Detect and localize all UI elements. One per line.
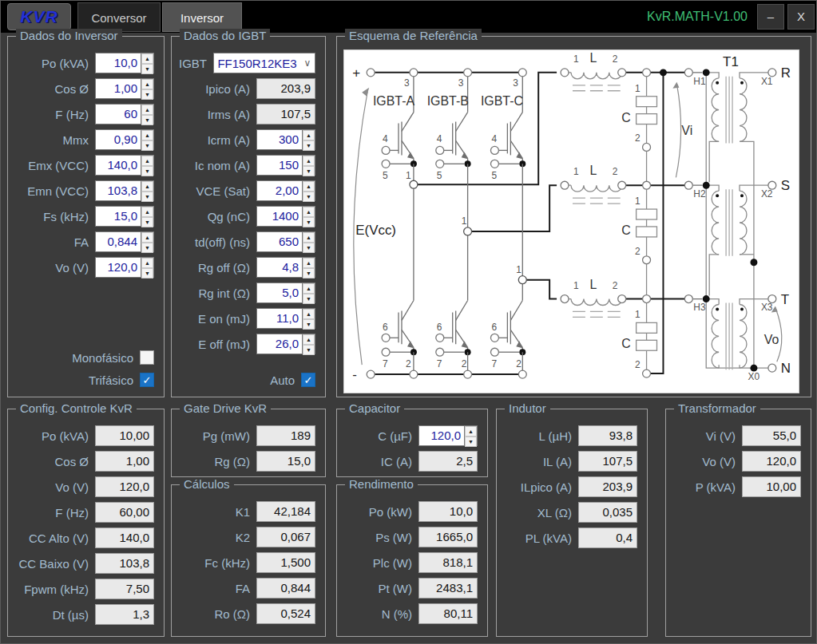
spin-down-button[interactable]: ▼ xyxy=(303,192,315,202)
icrm-a-input[interactable]: 300▲▼ xyxy=(256,129,315,150)
spin-down-button[interactable]: ▼ xyxy=(141,115,153,125)
spin-up-button[interactable]: ▲ xyxy=(141,53,153,64)
trifasico-checkbox[interactable]: ✓ xyxy=(140,373,154,387)
spin-up-button[interactable]: ▲ xyxy=(141,105,153,115)
spin-value[interactable]: 103,8 xyxy=(95,180,141,201)
spin-up-button[interactable]: ▲ xyxy=(465,426,477,437)
p-kva-label: P (kVA) xyxy=(671,480,736,494)
e-on-mj-input[interactable]: 11,0▲▼ xyxy=(256,308,315,329)
spin-up-button[interactable]: ▲ xyxy=(141,207,153,217)
spin-up-button[interactable]: ▲ xyxy=(303,309,315,319)
spin-value[interactable]: 0,844 xyxy=(95,231,141,252)
spin-down-button[interactable]: ▼ xyxy=(303,268,315,279)
t1-label: T1 xyxy=(723,54,739,69)
spin-down-button[interactable]: ▼ xyxy=(141,166,153,176)
spin-value[interactable]: 26,0 xyxy=(256,334,302,354)
spin-value[interactable]: 120,0 xyxy=(418,425,464,446)
minimize-button[interactable]: – xyxy=(757,4,784,30)
spin-value[interactable]: 10,0 xyxy=(95,53,141,73)
fa-input[interactable]: 0,844▲▼ xyxy=(95,231,154,252)
rg-int-input[interactable]: 5,0▲▼ xyxy=(256,282,315,303)
spin-up-button[interactable]: ▲ xyxy=(303,130,315,140)
spin-up-button[interactable]: ▲ xyxy=(303,181,315,192)
spin-up-button[interactable]: ▲ xyxy=(303,232,315,243)
qg-nc-input[interactable]: 1400▲▼ xyxy=(256,206,315,227)
auto-checkbox[interactable]: ✓ xyxy=(301,373,315,387)
capacitor-label: C xyxy=(621,337,631,350)
spin-value[interactable]: 5,0 xyxy=(256,282,302,303)
spin-value[interactable]: 1,00 xyxy=(95,78,141,99)
spin-value[interactable]: 0,90 xyxy=(95,129,141,150)
spin-up-button[interactable]: ▲ xyxy=(303,334,315,345)
spin-up-button[interactable]: ▲ xyxy=(141,156,153,166)
spin-up-button[interactable]: ▲ xyxy=(141,258,153,268)
e-off-mj-input[interactable]: 26,0▲▼ xyxy=(256,334,315,354)
spin-up-button[interactable]: ▲ xyxy=(303,207,315,217)
spin-value[interactable]: 60 xyxy=(95,104,141,124)
spin-down-button[interactable]: ▼ xyxy=(141,217,153,227)
spin-down-button[interactable]: ▼ xyxy=(141,89,153,100)
emx-vcc-input[interactable]: 140,0▲▼ xyxy=(95,155,154,176)
spin-down-button[interactable]: ▼ xyxy=(141,243,153,253)
spin-down-button[interactable]: ▼ xyxy=(303,319,315,330)
spin-value[interactable]: 4,8 xyxy=(256,257,302,278)
spin-value[interactable]: 120,0 xyxy=(95,257,141,278)
spin-value[interactable]: 140,0 xyxy=(95,155,141,176)
ic-nom-a-input[interactable]: 150▲▼ xyxy=(256,155,315,176)
spin-value[interactable]: 11,0 xyxy=(256,308,302,329)
spin-down-button[interactable]: ▼ xyxy=(141,140,153,151)
spin-down-button[interactable]: ▼ xyxy=(141,192,153,202)
spin-up-button[interactable]: ▲ xyxy=(303,156,315,166)
close-button[interactable]: X xyxy=(787,4,815,30)
spin-down-button[interactable]: ▼ xyxy=(303,166,315,176)
spin-up-button[interactable]: ▲ xyxy=(303,258,315,268)
td-off-ns-input[interactable]: 650▲▼ xyxy=(256,231,315,252)
emn-vcc-label: Emn (VCC) xyxy=(13,184,89,198)
spin-up-button[interactable]: ▲ xyxy=(303,283,315,294)
vo-v-input[interactable]: 120,0▲▼ xyxy=(95,257,154,278)
spin-up-button[interactable]: ▲ xyxy=(141,181,153,192)
tab-conversor[interactable]: Conversor xyxy=(77,2,161,32)
chevron-down-icon[interactable]: ∨ xyxy=(300,57,315,69)
mmx-input[interactable]: 0,90▲▼ xyxy=(95,129,154,150)
monofasico-checkbox[interactable] xyxy=(140,350,154,365)
vce-sat-input[interactable]: 2,00▲▼ xyxy=(256,180,315,201)
spin-value[interactable]: 2,00 xyxy=(256,180,302,201)
spin-down-button[interactable]: ▼ xyxy=(303,243,315,253)
l-pin-2: 2 xyxy=(613,166,618,177)
group-title: Config. Controle KvR xyxy=(16,401,137,415)
rg-off-input[interactable]: 4,8▲▼ xyxy=(256,257,315,278)
spin-value[interactable]: 15,0 xyxy=(95,206,141,227)
spin-down-button[interactable]: ▼ xyxy=(303,217,315,227)
spin-down-button[interactable]: ▼ xyxy=(465,437,477,447)
l-h-field: 93,8 xyxy=(578,425,637,446)
auto-label: Auto xyxy=(270,373,295,387)
spin-up-button[interactable]: ▲ xyxy=(141,79,153,89)
field-row: Ic nom (A)150▲▼ xyxy=(176,155,315,176)
spin-value[interactable]: 650 xyxy=(256,231,302,252)
igbt-combo[interactable]: FF150R12KE3∨ xyxy=(213,53,315,73)
group-calculos: Cálculos K142,184K20,067Fc (kHz)1,500FA0… xyxy=(171,484,326,637)
tab-inversor[interactable]: Inversor xyxy=(162,2,242,32)
spin-value[interactable]: 150 xyxy=(256,155,302,176)
po-kva-input[interactable]: 10,0▲▼ xyxy=(95,53,154,73)
spin-down-button[interactable]: ▼ xyxy=(303,140,315,151)
spin-down-button[interactable]: ▼ xyxy=(141,64,153,74)
spin-up-button[interactable]: ▲ xyxy=(141,232,153,243)
cos-input[interactable]: 1,00▲▼ xyxy=(95,78,154,99)
f-hz-input[interactable]: 60▲▼ xyxy=(95,104,154,124)
spin-value[interactable]: 300 xyxy=(256,129,302,150)
h1-label: H1 xyxy=(693,76,706,87)
fs-khz-input[interactable]: 15,0▲▼ xyxy=(95,206,154,227)
spin-down-button[interactable]: ▼ xyxy=(303,294,315,304)
dt-s-label: Dt (µs) xyxy=(13,608,89,622)
spin-value[interactable]: 1400 xyxy=(256,206,302,227)
emn-vcc-input[interactable]: 103,8▲▼ xyxy=(95,180,154,201)
spin-down-button[interactable]: ▼ xyxy=(303,345,315,355)
igbt-a-label: IGBT-A xyxy=(373,94,415,108)
spin-down-button[interactable]: ▼ xyxy=(141,268,153,279)
po-kw-label: Po (kW) xyxy=(342,505,412,519)
c-f-input[interactable]: 120,0▲▼ xyxy=(418,425,478,446)
field-row: Vo (V)120,0▲▼ xyxy=(13,257,154,278)
spin-up-button[interactable]: ▲ xyxy=(141,130,153,140)
